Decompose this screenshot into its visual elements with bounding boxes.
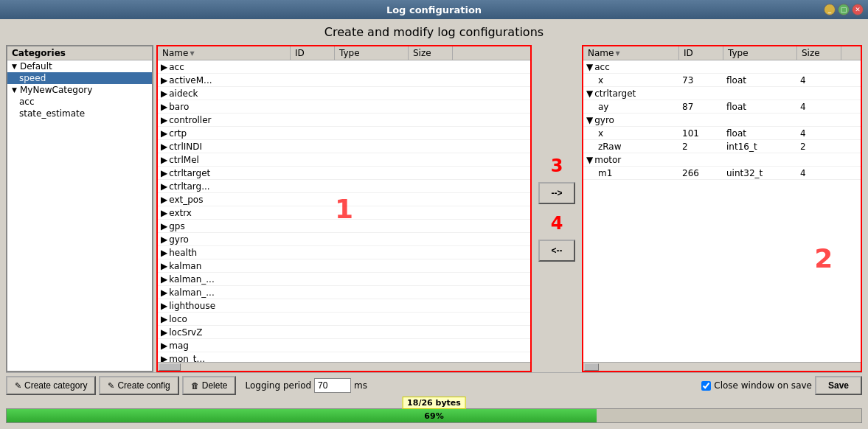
debug-label-4: 4 [551, 213, 563, 234]
progress-bar-fill [7, 409, 597, 422]
avail-row-kalman[interactable]: ▶ kalman [158, 259, 530, 273]
sel-col-header-type[interactable]: Type [723, 46, 797, 60]
arrow-icon: ▼ [12, 63, 17, 70]
expand-icon: ▶ [161, 261, 167, 271]
col-header-size[interactable]: Size [409, 46, 453, 60]
logging-period-input[interactable] [314, 378, 351, 393]
sel-col-header-name[interactable]: Name ▼ [583, 46, 679, 60]
expand-icon: ▼ [586, 155, 593, 165]
category-acc[interactable]: acc [7, 96, 152, 108]
avail-row-locsrvz[interactable]: ▶ locSrvZ [158, 326, 530, 339]
avail-row-mont[interactable]: ▶ mon_t... [158, 352, 530, 362]
window-controls: _ □ ✕ [824, 4, 864, 15]
progress-label: 69% [424, 411, 443, 421]
avail-row-ctrltarget[interactable]: ▶ ctrltarget [158, 167, 530, 180]
close-button[interactable]: ✕ [852, 4, 864, 15]
selected-table[interactable]: ▼ acc x 73 float 4 ▼ ctrltarget [583, 60, 861, 362]
avail-row-mag[interactable]: ▶ mag [158, 339, 530, 352]
sel-row-acc-x[interactable]: x 73 float 4 [583, 74, 861, 87]
save-button[interactable]: Save [815, 376, 862, 395]
expand-icon: ▶ [161, 102, 167, 112]
expand-icon: ▶ [161, 115, 167, 125]
category-state-estimate[interactable]: state_estimate [7, 108, 152, 119]
bottom-toolbar: ✎ Create category ✎ Create config 🗑 Dele… [6, 372, 862, 398]
expand-icon: ▶ [161, 195, 167, 205]
window-title: Log configuration [386, 4, 482, 15]
create-category-button[interactable]: ✎ Create category [6, 376, 96, 395]
content-area: Categories ▼ Default speed ▼ MyNewCatego… [6, 45, 862, 372]
sel-row-ctrltarget-group[interactable]: ▼ ctrltarget [583, 87, 861, 100]
expand-icon: ▶ [161, 142, 167, 152]
avail-row-lighthouse[interactable]: ▶ lighthouse [158, 299, 530, 313]
avail-row-kalman2[interactable]: ▶ kalman_... [158, 273, 530, 286]
sel-row-motor-group[interactable]: ▼ motor [583, 153, 861, 167]
col-header-name[interactable]: Name ▼ [158, 46, 291, 60]
expand-icon: ▶ [161, 327, 167, 338]
avail-row-aideck[interactable]: ▶ aideck [158, 87, 530, 100]
sel-row-ctrltarget-ay[interactable]: ay 87 float 4 [583, 100, 861, 114]
sel-row-gyro-group[interactable]: ▼ gyro [583, 114, 861, 127]
category-label: MyNewCategory [20, 85, 92, 95]
logging-period-unit: ms [354, 380, 367, 391]
sel-sort-arrow-icon: ▼ [615, 50, 619, 57]
available-table[interactable]: ▶ acc ▶ activeM... ▶ aideck [158, 60, 530, 362]
avail-row-ctrlindi[interactable]: ▶ ctrlINDI [158, 140, 530, 153]
category-mynewcategory[interactable]: ▼ MyNewCategory [7, 84, 152, 96]
main-container: Create and modify log configurations Cat… [0, 19, 868, 429]
expand-icon: ▶ [161, 168, 167, 178]
avail-row-ctrlmel[interactable]: ▶ ctrlMel [158, 153, 530, 167]
col-header-id[interactable]: ID [291, 46, 335, 60]
maximize-button[interactable]: □ [838, 4, 850, 15]
avail-row-activem[interactable]: ▶ activeM... [158, 74, 530, 87]
avail-row-loco[interactable]: ▶ loco [158, 313, 530, 326]
avail-row-health[interactable]: ▶ health [158, 246, 530, 259]
category-label: speed [19, 73, 46, 83]
avail-row-kalman3[interactable]: ▶ kalman_... [158, 286, 530, 299]
add-to-config-button[interactable]: --> [538, 182, 575, 204]
expand-icon: ▶ [161, 354, 167, 363]
arrow-icon: ▼ [12, 86, 17, 94]
expand-icon: ▶ [161, 62, 167, 72]
title-bar: Log configuration _ □ ✕ [0, 0, 868, 19]
sel-row-gyro-zraw[interactable]: zRaw 2 int16_t 2 [583, 140, 861, 153]
sel-row-acc-group[interactable]: ▼ acc [583, 60, 861, 74]
available-hscroll[interactable] [158, 362, 530, 371]
avail-row-gps[interactable]: ▶ gps [158, 220, 530, 233]
avail-row-acc[interactable]: ▶ acc [158, 60, 530, 74]
sel-row-motor-m1[interactable]: m1 266 uint32_t 4 [583, 167, 861, 180]
avail-row-crtp[interactable]: ▶ crtp [158, 127, 530, 140]
expand-icon: ▼ [586, 115, 593, 125]
minimize-button[interactable]: _ [824, 4, 836, 15]
avail-row-controller[interactable]: ▶ controller [158, 114, 530, 127]
selected-panel: Name ▼ ID Type Size [582, 45, 862, 372]
remove-from-config-button[interactable]: <-- [538, 240, 575, 262]
expand-icon: ▶ [161, 274, 167, 285]
close-window-checkbox[interactable] [701, 381, 711, 391]
avail-row-baro[interactable]: ▶ baro [158, 100, 530, 114]
avail-row-ctrltarg2[interactable]: ▶ ctrltarg... [158, 180, 530, 193]
page-title: Create and modify log configurations [6, 25, 862, 39]
expand-icon: ▶ [161, 88, 167, 99]
expand-icon: ▶ [161, 181, 167, 192]
sort-arrow-icon: ▼ [190, 50, 194, 57]
col-header-type[interactable]: Type [335, 46, 409, 60]
sel-row-gyro-x[interactable]: x 101 float 4 [583, 127, 861, 140]
expand-icon: ▶ [161, 221, 167, 231]
category-label: state_estimate [19, 108, 85, 119]
logging-period-label: Logging period [245, 380, 311, 391]
sel-col-header-id[interactable]: ID [679, 46, 723, 60]
expand-icon: ▼ [586, 62, 593, 72]
sel-col-header-size[interactable]: Size [797, 46, 841, 60]
progress-bar-container: 69% [6, 408, 862, 423]
expand-icon: ▶ [161, 208, 167, 218]
delete-button[interactable]: 🗑 Delete [182, 376, 237, 395]
category-default[interactable]: ▼ Default [7, 60, 152, 72]
avail-row-gyro[interactable]: ▶ gyro [158, 233, 530, 246]
category-speed[interactable]: speed [7, 72, 152, 84]
create-config-button[interactable]: ✎ Create config [99, 376, 178, 395]
avail-row-ext-pos[interactable]: ▶ ext_pos [158, 193, 530, 206]
categories-panel: Categories ▼ Default speed ▼ MyNewCatego… [6, 45, 153, 372]
expand-icon: ▶ [161, 155, 167, 165]
avail-row-extrx[interactable]: ▶ extrx [158, 206, 530, 220]
selected-hscroll[interactable] [583, 362, 861, 371]
